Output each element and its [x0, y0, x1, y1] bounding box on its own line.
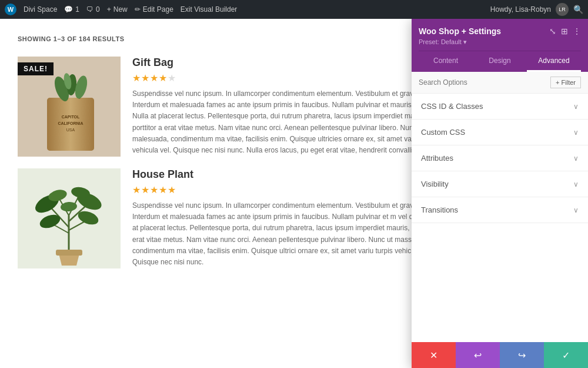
section-visibility: Visibility ∨: [412, 171, 588, 197]
bubbles[interactable]: 🗨 0: [86, 5, 100, 14]
star-3: ★: [150, 184, 158, 195]
bubble-icon: 🗨: [86, 5, 93, 14]
section-attributes: Attributes ∨: [412, 145, 588, 171]
tab-content[interactable]: Content: [419, 51, 473, 72]
shop-area: SHOWING 1–3 OF 184 RESULTS Default Sorti…: [0, 19, 588, 368]
product-rating-gift-bag: ★ ★ ★ ★ ★: [132, 72, 459, 84]
tab-design[interactable]: Design: [473, 51, 527, 72]
star-4: ★: [159, 72, 167, 84]
wp-logo[interactable]: W: [5, 4, 16, 15]
site-name-label: Divi Space: [24, 5, 57, 14]
filter-button[interactable]: + Filter: [550, 77, 581, 88]
columns-icon[interactable]: ⊞: [561, 26, 568, 36]
edit-label: Edit Page: [143, 5, 173, 14]
product-rating-house-plant: ★ ★ ★ ★ ★: [132, 184, 459, 195]
preset-arrow: ▾: [463, 38, 467, 45]
exit-label: Exit Visual Builder: [181, 5, 238, 14]
panel-tabs: Content Design Advanced: [419, 51, 581, 72]
more-icon[interactable]: ⋮: [573, 26, 581, 36]
bubble-count: 0: [96, 5, 100, 14]
section-header-attributes[interactable]: Attributes ∨: [412, 145, 588, 171]
wp-icon: W: [5, 4, 16, 15]
star-5-empty: ★: [168, 72, 176, 84]
section-transitions: Transitions ∨: [412, 197, 588, 223]
product-desc-house-plant: Suspendisse vel nunc ipsum. In ullamcorp…: [132, 200, 459, 268]
panel-header-icons: ⤡ ⊞ ⋮: [549, 26, 581, 36]
star-3: ★: [150, 72, 158, 84]
product-image-wrap-house-plant: [18, 168, 121, 268]
save-button[interactable]: ✓: [544, 342, 588, 368]
new-post[interactable]: + New: [107, 5, 128, 14]
panel-title: Woo Shop + Settings: [419, 26, 501, 36]
save-icon: ✓: [562, 350, 570, 361]
svg-rect-11: [56, 250, 82, 256]
star-1: ★: [132, 72, 141, 84]
chevron-css-id: ∨: [573, 102, 579, 111]
section-header-custom-css[interactable]: Custom CSS ∨: [412, 120, 588, 145]
product-desc-gift-bag: Suspendisse vel nunc ipsum. In ullamcorp…: [132, 88, 459, 156]
results-count: SHOWING 1–3 OF 184 RESULTS: [18, 35, 125, 42]
star-5: ★: [168, 184, 176, 195]
page-wrapper: SHOWING 1–3 OF 184 RESULTS Default Sorti…: [0, 19, 588, 368]
panel-actions: ✕ ↩ ↪ ✓: [412, 342, 588, 368]
section-custom-css: Custom CSS ∨: [412, 120, 588, 145]
comments-count: 1: [75, 5, 79, 14]
star-1: ★: [132, 184, 141, 195]
section-css-id-classes: CSS ID & Classes ∨: [412, 94, 588, 120]
comments[interactable]: 💬 1: [64, 5, 79, 14]
section-label-css-id: CSS ID & Classes: [421, 102, 483, 111]
pencil-icon: ✏: [135, 5, 141, 14]
chevron-custom-css: ∨: [573, 128, 579, 137]
star-2: ★: [141, 72, 149, 84]
svg-text:CAPITOL: CAPITOL: [62, 115, 80, 119]
panel-header-top: Woo Shop + Settings ⤡ ⊞ ⋮: [419, 26, 581, 36]
preset-label: Preset: Default: [419, 38, 462, 45]
product-image-house-plant: [18, 168, 121, 268]
section-header-css-id[interactable]: CSS ID & Classes ∨: [412, 94, 588, 119]
product-title-house-plant: House Plant: [132, 168, 459, 181]
product-title-gift-bag: Gift Bag: [132, 57, 459, 69]
tab-advanced[interactable]: Advanced: [527, 51, 581, 72]
search-icon[interactable]: 🔍: [573, 5, 583, 14]
admin-bar: W Divi Space 💬 1 🗨 0 + New ✏ Edit Page E…: [0, 0, 588, 19]
section-header-visibility[interactable]: Visibility ∨: [412, 171, 588, 197]
redo-icon: ↪: [518, 350, 526, 361]
cancel-icon: ✕: [430, 350, 437, 361]
howdy-text: Howdy, Lisa-Robyn: [490, 5, 551, 14]
svg-text:CALIFORNIA: CALIFORNIA: [58, 121, 83, 125]
site-name[interactable]: Divi Space: [24, 5, 57, 14]
comment-icon: 💬: [64, 5, 73, 14]
section-label-attributes: Attributes: [421, 154, 453, 163]
star-2: ★: [141, 184, 149, 195]
new-label: New: [113, 5, 128, 14]
panel-body: CSS ID & Classes ∨ Custom CSS ∨ Attribut…: [412, 94, 588, 342]
chevron-transitions: ∨: [573, 206, 579, 214]
settings-panel: Woo Shop + Settings ⤡ ⊞ ⋮ Preset: Defaul…: [412, 19, 588, 368]
section-label-transitions: Transitions: [421, 205, 458, 214]
undo-icon: ↩: [474, 350, 482, 361]
chevron-visibility: ∨: [573, 180, 579, 188]
undo-button[interactable]: ↩: [456, 342, 500, 368]
house-plant-svg: [18, 168, 121, 268]
admin-right: Howdy, Lisa-Robyn LR 🔍: [490, 3, 583, 16]
section-label-visibility: Visibility: [421, 180, 449, 188]
svg-text:USA: USA: [66, 128, 75, 132]
resize-icon[interactable]: ⤡: [549, 26, 556, 36]
redo-button[interactable]: ↪: [500, 342, 544, 368]
edit-page[interactable]: ✏ Edit Page: [135, 5, 173, 14]
panel-header: Woo Shop + Settings ⤡ ⊞ ⋮ Preset: Defaul…: [412, 21, 588, 72]
search-options-input[interactable]: [419, 78, 550, 87]
panel-search: + Filter: [412, 72, 588, 94]
avatar: LR: [556, 3, 569, 16]
star-4: ★: [159, 184, 167, 195]
panel-preset[interactable]: Preset: Default ▾: [419, 38, 581, 46]
section-label-custom-css: Custom CSS: [421, 128, 465, 137]
product-image-wrap-gift-bag: CAPITOL CALIFORNIA USA SALE!: [18, 57, 121, 157]
exit-builder[interactable]: Exit Visual Builder: [181, 5, 238, 14]
cancel-button[interactable]: ✕: [412, 342, 456, 368]
section-header-transitions[interactable]: Transitions ∨: [412, 197, 588, 223]
chevron-attributes: ∨: [573, 154, 579, 163]
plus-icon: +: [107, 5, 111, 14]
sale-badge: SALE!: [18, 62, 54, 75]
